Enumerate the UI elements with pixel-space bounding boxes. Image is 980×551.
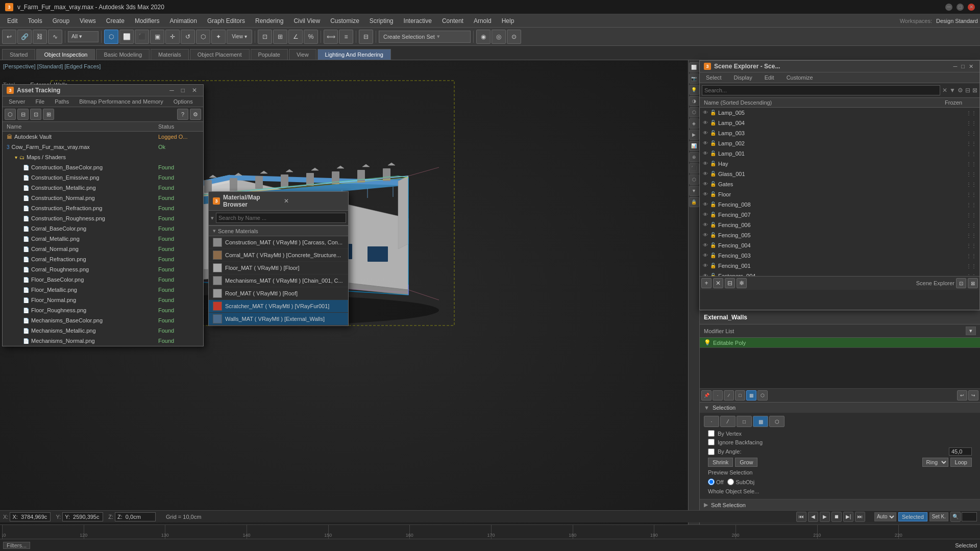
lock-button[interactable]: 🔒: [689, 197, 699, 207]
menu-modifiers[interactable]: Modifiers: [130, 16, 165, 26]
material-item[interactable]: Walls_MAT ( VRayMtl ) [External_Walls]: [209, 313, 348, 325]
isolate-button[interactable]: ◎: [492, 30, 506, 44]
ignore-backfacing-checkbox[interactable]: [708, 439, 715, 445]
scene-item[interactable]: 👁 🔓 Glass_001 ⋮⋮: [700, 169, 979, 179]
at-list-item[interactable]: 📄 Construction_Emissive.png Found: [3, 172, 203, 183]
material-item[interactable]: Corral_MAT ( VRayMtl ) [Concrete_Structu…: [209, 249, 348, 262]
at-list-item[interactable]: 📄 Construction_Refraction.png Found: [3, 203, 203, 213]
material-item[interactable]: Scratcher_MAT ( VRayMtl ) [VRayFur001]: [209, 300, 348, 313]
subobj-radio[interactable]: [727, 479, 734, 485]
menu-help[interactable]: Help: [497, 16, 520, 26]
material-item[interactable]: Roof_MAT ( VRayMtl ) [Roof]: [209, 287, 348, 300]
se-layer-button[interactable]: ⊟: [725, 278, 735, 288]
eye-icon[interactable]: 👁: [703, 171, 709, 177]
by-angle-checkbox[interactable]: [708, 448, 715, 455]
select-all-button[interactable]: ⬛: [135, 30, 149, 44]
scene-item[interactable]: 👁 🔓 Lamp_003 ⋮⋮: [700, 128, 979, 138]
se-minimize-button[interactable]: ─: [953, 63, 958, 69]
wireframe-button[interactable]: ⬡: [689, 107, 699, 117]
at-list-item[interactable]: 📄 Floor_BaseColor.png Found: [3, 274, 203, 285]
eye-icon[interactable]: 👁: [703, 130, 709, 136]
filter-dropdown[interactable]: All ▾: [68, 31, 99, 42]
menu-rendering[interactable]: Rendering: [250, 16, 288, 26]
scene-item[interactable]: 👁 🔓 Fencing_004 ⋮⋮: [700, 240, 979, 251]
select-button[interactable]: ⬡: [104, 30, 118, 44]
lights-button[interactable]: 💡: [689, 85, 699, 95]
at-options-button[interactable]: ⚙: [190, 109, 201, 120]
at-tool-2[interactable]: ⊟: [17, 109, 29, 120]
at-list-item[interactable]: 📄 Mechanisms_BaseColor.png Found: [3, 315, 203, 325]
tab-started[interactable]: Started: [2, 49, 35, 60]
at-list-item[interactable]: 📄 Floor_Normal.png Found: [3, 295, 203, 305]
scene-item[interactable]: 👁 🔓 Lamp_005 ⋮⋮: [700, 108, 979, 118]
at-list-item[interactable]: 📄 Construction_Metallic.png Found: [3, 183, 203, 193]
link-button[interactable]: 🔗: [17, 30, 32, 44]
eye-icon[interactable]: 👁: [703, 263, 709, 269]
border-sel-button[interactable]: □: [737, 416, 752, 427]
bind-button[interactable]: ∿: [48, 30, 62, 44]
lock-icon[interactable]: 🔓: [710, 171, 716, 177]
tab-lighting-rendering[interactable]: Lighting And Rendering: [317, 49, 391, 60]
se-tab-select[interactable]: Select: [700, 72, 728, 83]
undo-button[interactable]: ↩: [2, 30, 16, 44]
anim-button[interactable]: ▶: [689, 130, 699, 140]
scale-button[interactable]: ⬡: [196, 30, 210, 44]
stats-button[interactable]: 📊: [689, 141, 699, 151]
at-help-button[interactable]: ?: [177, 109, 188, 120]
lock-icon[interactable]: 🔓: [710, 151, 716, 157]
eye-icon[interactable]: 👁: [703, 140, 709, 146]
at-list-item[interactable]: 📄 Corral_Refraction.png Found: [3, 254, 203, 264]
frame-input[interactable]: [962, 512, 977, 521]
orient-button[interactable]: ⊕: [689, 152, 699, 162]
scene-item[interactable]: 👁 🔓 Fencing_008 ⋮⋮: [700, 199, 979, 210]
modifier-list-dropdown[interactable]: ▾: [966, 327, 976, 335]
at-menu-paths[interactable]: Paths: [51, 97, 73, 106]
lock-icon[interactable]: 🔓: [710, 130, 716, 136]
eye-icon[interactable]: 👁: [703, 232, 709, 238]
zoom-in-button[interactable]: 🔍: [950, 512, 961, 522]
named-sel-button[interactable]: ◉: [476, 30, 491, 44]
eye-icon[interactable]: 👁: [703, 161, 709, 167]
edge-sel-button[interactable]: ⁄: [720, 416, 736, 427]
by-vertex-checkbox[interactable]: [708, 430, 715, 437]
transform-button[interactable]: ✦: [211, 30, 226, 44]
shrink-button[interactable]: Shrink: [708, 458, 733, 467]
eye-icon[interactable]: 👁: [703, 191, 709, 197]
poly-sel-button[interactable]: ▩: [753, 416, 768, 427]
y-input[interactable]: [62, 512, 103, 521]
at-tool-3[interactable]: ⊡: [30, 109, 41, 120]
menu-views[interactable]: Views: [75, 16, 101, 26]
move-button[interactable]: ✛: [165, 30, 180, 44]
se-filter-button[interactable]: ▼: [949, 87, 955, 94]
eye-icon[interactable]: 👁: [703, 151, 709, 157]
at-menu-bitmap[interactable]: Bitmap Performance and Memory: [75, 97, 167, 106]
lock-icon[interactable]: 🔓: [710, 242, 716, 248]
soft-selection-header[interactable]: ▶ Soft Selection: [700, 499, 980, 510]
menu-customize[interactable]: Customize: [325, 16, 364, 26]
menu-interactive[interactable]: Interactive: [399, 16, 437, 26]
menu-content[interactable]: Content: [437, 16, 469, 26]
scene-item[interactable]: 👁 🔓 Hay ⋮⋮: [700, 159, 979, 169]
tab-populate[interactable]: Populate: [251, 49, 288, 60]
grow-button[interactable]: Grow: [735, 458, 757, 467]
stop-button[interactable]: ⏹: [831, 512, 842, 522]
eye-icon[interactable]: 👁: [703, 181, 709, 187]
scene-item[interactable]: 👁 🔓 Fencing_001 ⋮⋮: [700, 261, 979, 271]
maximize-viewport-button[interactable]: ⬜: [689, 62, 699, 72]
at-menu-file[interactable]: File: [31, 97, 48, 106]
scene-item[interactable]: 👁 🔓 Fencing_003 ⋮⋮: [700, 251, 979, 261]
lock-icon[interactable]: 🔓: [710, 263, 716, 269]
align-button[interactable]: ≡: [339, 30, 353, 44]
at-menu-server[interactable]: Server: [5, 97, 29, 106]
timeline[interactable]: 110120130140150160170180190200210220: [0, 524, 980, 539]
se-delete-button[interactable]: ✕: [713, 278, 723, 288]
at-minimize-button[interactable]: ─: [169, 87, 174, 94]
material-search-input[interactable]: [216, 213, 346, 223]
lock-icon[interactable]: 🔓: [710, 191, 716, 197]
filter-button[interactable]: ▼: [689, 186, 699, 196]
scene-item[interactable]: 👁 🔓 Fencing_005 ⋮⋮: [700, 230, 979, 240]
se-col2-button[interactable]: ⊠: [972, 87, 977, 94]
lock-icon[interactable]: 🔓: [710, 212, 716, 218]
se-search-clear-button[interactable]: ✕: [942, 87, 947, 94]
at-list-item[interactable]: 📄 Corral_Normal.png Found: [3, 244, 203, 254]
